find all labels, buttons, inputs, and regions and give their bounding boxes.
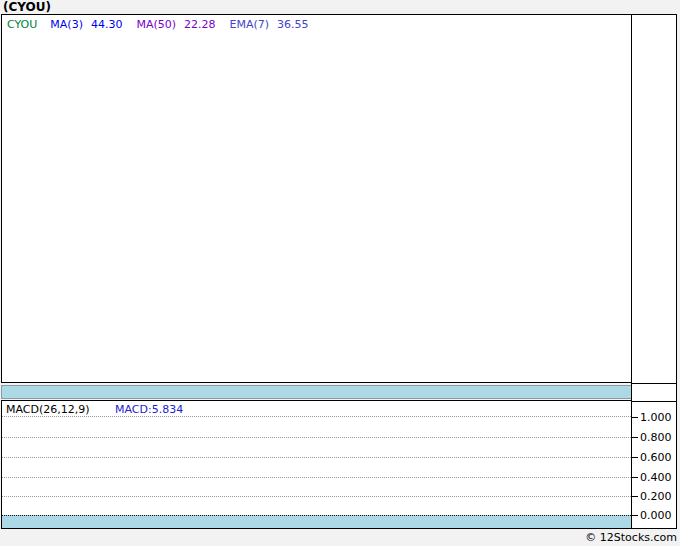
tick-mark — [632, 496, 638, 497]
y-axis-tick-label: 0.000 — [640, 509, 672, 522]
price-chart-panel: CYOU MA(3) 44.30 MA(50) 22.28 EMA(7) 36.… — [1, 14, 632, 383]
separator-band — [1, 385, 632, 399]
y-axis-tick-label: 0.800 — [640, 431, 672, 444]
price-legend: CYOU MA(3) 44.30 MA(50) 22.28 EMA(7) 36.… — [7, 18, 323, 31]
axis-divider — [632, 383, 676, 384]
y-axis-tick-label: 0.400 — [640, 471, 672, 484]
ma50-value: 22.28 — [184, 18, 216, 31]
y-axis-tick: 0.000 — [632, 509, 672, 522]
gridline — [2, 477, 631, 478]
gridline — [2, 416, 631, 417]
y-axis-tick: 1.000 — [632, 411, 672, 424]
y-axis-tick-label: 0.200 — [640, 490, 672, 503]
macd-bottom-band — [2, 515, 631, 528]
ma50-label: MA(50) — [136, 18, 176, 31]
footer-credit: © 12Stocks.com — [585, 531, 677, 544]
ema7-label: EMA(7) — [230, 18, 270, 31]
macd-legend: MACD(26,12,9) MACD:5.834 — [6, 403, 183, 416]
y-axis-tick: 0.200 — [632, 490, 672, 503]
y-axis-tick: 0.400 — [632, 471, 672, 484]
zero-gridline — [2, 515, 631, 516]
tick-mark — [632, 437, 638, 438]
tick-mark — [632, 477, 638, 478]
tick-mark — [632, 515, 638, 516]
gridline — [2, 437, 631, 438]
ema7-value: 36.55 — [277, 18, 309, 31]
y-axis-tick: 0.800 — [632, 431, 672, 444]
axis-divider — [632, 401, 676, 402]
y-axis-column: 1.000 0.800 0.600 0.400 0.200 0.000 — [631, 14, 677, 529]
macd-indicator-value: MACD:5.834 — [115, 403, 183, 416]
macd-indicator-label: MACD(26,12,9) — [6, 403, 90, 416]
page-title: (CYOU) — [3, 0, 51, 14]
y-axis-tick: 0.600 — [632, 451, 672, 464]
stock-chart-page: (CYOU) CYOU MA(3) 44.30 MA(50) 22.28 EMA… — [0, 0, 680, 546]
tick-mark — [632, 417, 638, 418]
ma3-label: MA(3) — [50, 18, 83, 31]
ma3-value: 44.30 — [91, 18, 123, 31]
y-axis-tick-label: 1.000 — [640, 411, 672, 424]
ticker-symbol: CYOU — [7, 18, 37, 31]
gridline — [2, 457, 631, 458]
gridline — [2, 496, 631, 497]
y-axis-tick-label: 0.600 — [640, 451, 672, 464]
tick-mark — [632, 457, 638, 458]
macd-chart-panel: MACD(26,12,9) MACD:5.834 — [1, 400, 632, 529]
